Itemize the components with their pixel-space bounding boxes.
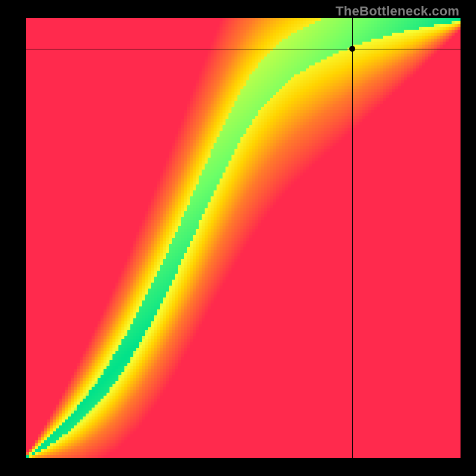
watermark-text: TheBottleneck.com <box>336 4 459 19</box>
heatmap-canvas <box>26 18 461 458</box>
selection-marker[interactable] <box>349 46 355 52</box>
heatmap-plot <box>26 18 461 458</box>
crosshair-vertical <box>352 18 353 458</box>
crosshair-horizontal <box>26 49 461 49</box>
